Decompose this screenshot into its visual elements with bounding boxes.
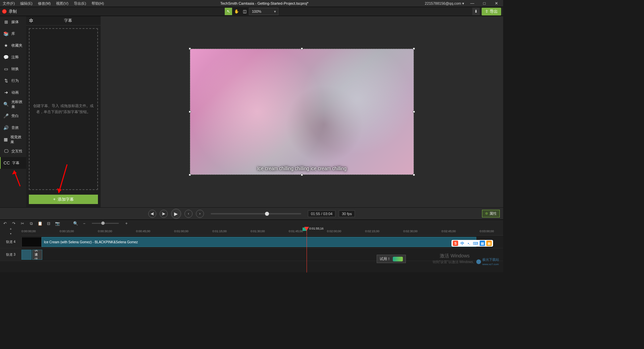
ime-toolbar[interactable]: S 中 •, ⌨ ▦ ▦ bbox=[451, 240, 493, 247]
track-body[interactable]: 快速汉 bbox=[21, 248, 503, 261]
zoom-slider-thumb[interactable] bbox=[101, 221, 105, 225]
sidebar-item-captions[interactable]: CC字幕 bbox=[0, 157, 26, 169]
windows-activate-text: 激活 Windows bbox=[440, 253, 470, 259]
crop-icon: ◫ bbox=[243, 9, 247, 14]
ruler-mark: 0:02:30;00 bbox=[403, 230, 418, 233]
share-icon: ⇧ bbox=[485, 9, 488, 14]
play-button[interactable]: ▶ bbox=[171, 209, 181, 219]
minimize-button[interactable]: — bbox=[468, 1, 476, 6]
menu-export[interactable]: 导出(E) bbox=[74, 1, 86, 6]
screenshot-button[interactable]: 📷 bbox=[54, 220, 60, 227]
scrubber[interactable] bbox=[211, 213, 301, 214]
sidebar-item-favorites[interactable]: ★收藏夹 bbox=[0, 40, 26, 51]
menu-edit[interactable]: 编辑(E) bbox=[20, 1, 33, 6]
resize-handle[interactable] bbox=[301, 174, 303, 176]
caption-overlay: Ice cream chilling chilling ice cream ch… bbox=[190, 166, 414, 171]
ime-grid-icon[interactable]: ▦ bbox=[486, 241, 492, 246]
sidebar-item-annotations[interactable]: 💬注释 bbox=[0, 51, 26, 63]
canvas-area[interactable]: Ice cream chilling chilling ice cream ch… bbox=[101, 16, 503, 207]
panel-title: 字幕 bbox=[36, 18, 101, 23]
panel-settings-button[interactable]: ✲ bbox=[26, 17, 36, 24]
clip-small[interactable]: 快速汉 bbox=[32, 250, 42, 260]
maximize-button[interactable]: □ bbox=[480, 1, 488, 6]
resize-handle[interactable] bbox=[413, 111, 415, 113]
ruler-mark: 0:03:00;00 bbox=[480, 230, 494, 233]
prev-frame-button[interactable]: ◀| bbox=[148, 210, 156, 218]
copy-button[interactable]: ⧉ bbox=[28, 220, 34, 227]
timeline-tools: ↶ ↷ ✂ ⧉ 📋 ⊟ 📷 🔍 − + bbox=[0, 219, 503, 227]
sidebar-item-narration[interactable]: 🎤旁白 bbox=[0, 110, 26, 122]
ruler-mark: 0:00:15;00 bbox=[60, 230, 74, 233]
tryit-icon bbox=[393, 257, 403, 261]
undo-button[interactable]: ↶ bbox=[2, 220, 8, 227]
scrubber-thumb[interactable] bbox=[265, 212, 269, 216]
clip-small[interactable] bbox=[21, 250, 32, 260]
redo-button[interactable]: ↷ bbox=[11, 220, 17, 227]
resize-handle[interactable] bbox=[413, 174, 415, 176]
paste-button[interactable]: 📋 bbox=[37, 220, 43, 227]
track-body[interactable]: Ice Cream (with Selena Gomez) - BLACKPIN… bbox=[21, 236, 503, 248]
sidebar-item-interactivity[interactable]: 🖵交互性 bbox=[0, 145, 26, 157]
zoom-fit-button[interactable]: 🔍 bbox=[72, 220, 78, 227]
prev-button[interactable]: ‹ bbox=[184, 210, 193, 218]
menu-modify[interactable]: 修改(M) bbox=[38, 1, 51, 6]
next-button[interactable]: › bbox=[196, 210, 204, 218]
ime-keyboard-icon[interactable]: ⌨ bbox=[473, 241, 478, 246]
timeline-ruler[interactable]: 0:01:55;16 0:00:00;000:00:15;000:00:30;0… bbox=[21, 227, 503, 236]
sidebar-item-media[interactable]: ⊞媒体 bbox=[0, 16, 26, 28]
properties-button[interactable]: ✲属性 bbox=[482, 210, 500, 217]
resize-handle[interactable] bbox=[189, 48, 191, 50]
zoom-out-button[interactable]: − bbox=[81, 220, 87, 227]
clip-main[interactable]: Ice Cream (with Selena Gomez) - BLACKPIN… bbox=[42, 237, 476, 247]
zoom-select[interactable]: 100% bbox=[249, 8, 278, 15]
sidebar-item-library[interactable]: 📚库 bbox=[0, 28, 26, 40]
playhead[interactable]: 0:01:55;16 bbox=[307, 227, 307, 235]
menu-file[interactable]: 文件(F) bbox=[3, 1, 15, 6]
add-caption-button[interactable]: + 添加字幕 bbox=[29, 195, 98, 204]
ime-tool-icon[interactable]: ▦ bbox=[480, 241, 485, 246]
track-label[interactable]: 轨道 4 bbox=[0, 236, 21, 248]
track-menu-button[interactable]: ▾ bbox=[8, 232, 14, 236]
ime-punct-button[interactable]: •, bbox=[466, 241, 472, 246]
add-caption-label: 添加字幕 bbox=[58, 197, 74, 202]
close-button[interactable]: ✕ bbox=[492, 1, 500, 6]
add-track-button[interactable]: + bbox=[8, 227, 14, 231]
gear-icon: ✲ bbox=[29, 18, 33, 23]
next-frame-button[interactable]: |▶ bbox=[160, 210, 168, 218]
record-button[interactable]: 录制 bbox=[2, 9, 17, 14]
clip-thumbnail[interactable] bbox=[21, 237, 42, 247]
menu-view[interactable]: 视图(V) bbox=[56, 1, 68, 6]
hand-icon: ✋ bbox=[234, 9, 239, 14]
video-selection[interactable]: Ice cream chilling chilling ice cream ch… bbox=[190, 49, 414, 175]
account-menu[interactable]: 2215788156@qq.com ▾ bbox=[425, 1, 464, 6]
download-button[interactable]: ⬇ bbox=[472, 8, 480, 15]
cut-button[interactable]: ✂ bbox=[19, 220, 25, 227]
windows-activate-subtext: 转到"设置"以激活 Windows。 bbox=[433, 260, 476, 264]
sidebar-item-animations[interactable]: ➜动画 bbox=[0, 87, 26, 98]
ime-lang-button[interactable]: 中 bbox=[460, 241, 465, 246]
split-button[interactable]: ⊟ bbox=[46, 220, 52, 227]
resize-handle[interactable] bbox=[413, 48, 415, 50]
crop-tool[interactable]: ◫ bbox=[241, 8, 248, 15]
track-label[interactable]: 轨道 3 bbox=[0, 248, 21, 261]
caption-drop-zone[interactable]: 创建字幕、导入 或拖放标题文件。或者，单击下面的"添加字幕"按钮。 bbox=[29, 28, 98, 190]
sidebar-item-visual-effects[interactable]: ▦视觉效果 bbox=[0, 134, 26, 145]
resize-handle[interactable] bbox=[189, 111, 191, 113]
playhead-line bbox=[307, 236, 307, 272]
pan-tool[interactable]: ✋ bbox=[233, 8, 240, 15]
playhead-time: 0:01:55;16 bbox=[309, 227, 324, 230]
timeline-zoom-slider[interactable] bbox=[92, 223, 119, 224]
zoom-in-button[interactable]: + bbox=[123, 220, 129, 227]
sidebar-item-transitions[interactable]: ▭转换 bbox=[0, 63, 26, 75]
resize-handle[interactable] bbox=[189, 174, 191, 176]
sidebar-item-cursor-effects[interactable]: 🔍光标效果 bbox=[0, 98, 26, 110]
sidebar-item-audio-effects[interactable]: 🔊音效 bbox=[0, 122, 26, 134]
sidebar-item-behaviors[interactable]: ⇅行为 bbox=[0, 75, 26, 87]
resize-handle[interactable] bbox=[301, 48, 303, 50]
export-button[interactable]: ⇧ 导出 bbox=[482, 8, 501, 15]
menu-help[interactable]: 帮助(H) bbox=[92, 1, 104, 6]
tryit-popup[interactable]: 试用！ bbox=[377, 255, 406, 263]
select-tool[interactable]: ↖ bbox=[225, 8, 232, 15]
window-title: TechSmith Camtasia - Getting-Started-Pro… bbox=[104, 1, 425, 5]
time-display: 01:55 / 03:04 bbox=[308, 210, 335, 217]
